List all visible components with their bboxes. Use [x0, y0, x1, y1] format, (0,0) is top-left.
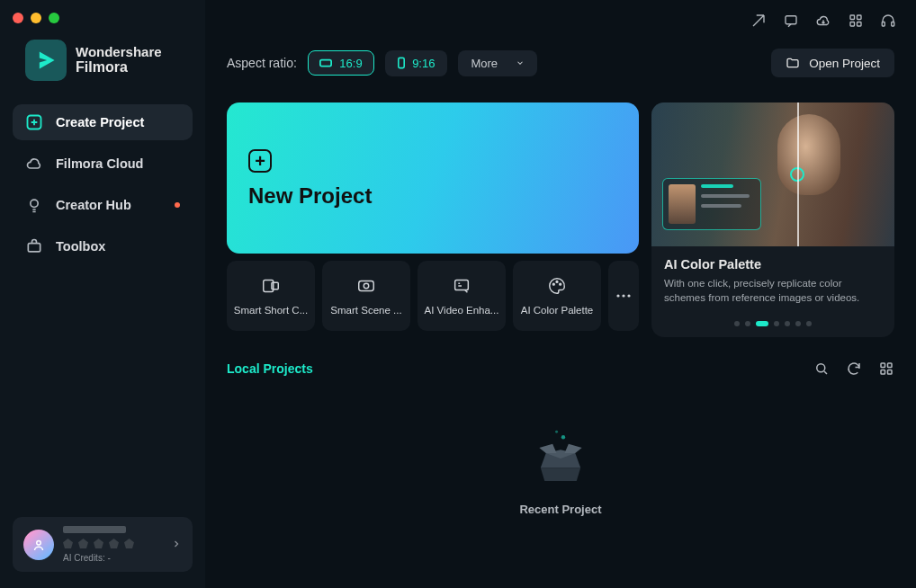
svg-rect-11 — [320, 60, 331, 67]
plus-icon: + — [248, 149, 272, 173]
svg-rect-27 — [881, 370, 885, 375]
svg-rect-10 — [892, 22, 894, 27]
enhance-icon — [452, 276, 471, 296]
svg-rect-14 — [272, 282, 278, 289]
sidebar-item-create-project[interactable]: Create Project — [13, 104, 193, 140]
aspect-ratio-9-16[interactable]: 9:16 — [385, 50, 447, 76]
aspect-ratio-label: Aspect ratio: — [227, 56, 297, 70]
svg-rect-2 — [28, 244, 40, 252]
badge-icon — [78, 539, 88, 548]
svg-point-19 — [556, 281, 558, 283]
sidebar-item-toolbox[interactable]: Toolbox — [13, 228, 193, 264]
svg-point-24 — [817, 364, 825, 372]
toolbox-icon — [25, 237, 43, 255]
svg-point-34 — [561, 435, 565, 439]
bulb-icon — [25, 196, 43, 214]
svg-rect-12 — [399, 58, 404, 67]
chevron-down-icon — [516, 58, 525, 67]
feature-preview-image — [651, 102, 894, 246]
svg-rect-15 — [359, 281, 374, 291]
svg-rect-8 — [858, 22, 862, 27]
refresh-icon[interactable] — [846, 361, 862, 377]
app-logo: Wondershare Filmora — [0, 32, 205, 104]
sidebar-item-filmora-cloud[interactable]: Filmora Cloud — [13, 146, 193, 182]
tool-ai-video-enhance[interactable]: AI Video Enha... — [418, 261, 506, 331]
folder-icon — [786, 56, 800, 70]
svg-marker-30 — [541, 468, 580, 481]
tool-smart-short-clips[interactable]: Smart Short C... — [227, 261, 315, 331]
grid-view-icon[interactable] — [878, 361, 894, 377]
aspect-ratio-16-9[interactable]: 16:9 — [308, 50, 374, 76]
svg-marker-33 — [564, 444, 581, 453]
scene-icon — [356, 276, 376, 296]
svg-point-23 — [627, 294, 630, 297]
badge-icon — [94, 539, 103, 548]
badge-icon — [109, 539, 119, 548]
tool-more-button[interactable] — [608, 261, 639, 331]
chevron-right-icon — [171, 537, 182, 553]
feature-card[interactable]: AI Color Palette With one click, precise… — [651, 102, 894, 337]
avatar — [23, 530, 54, 560]
new-project-label: New Project — [248, 183, 617, 209]
feature-description: With one click, precisely replicate colo… — [664, 276, 882, 305]
grid-icon[interactable] — [848, 13, 864, 29]
logo-icon — [25, 40, 67, 81]
notification-dot-icon — [175, 202, 180, 208]
maximize-window-button[interactable] — [49, 13, 59, 23]
message-icon[interactable] — [783, 13, 799, 29]
clip-icon — [261, 276, 281, 296]
minimize-window-button[interactable] — [31, 13, 41, 23]
svg-rect-5 — [850, 15, 855, 20]
svg-point-35 — [555, 431, 558, 433]
plus-square-icon — [25, 113, 43, 131]
sidebar-item-label: Toolbox — [56, 239, 105, 254]
palette-icon — [547, 276, 567, 296]
sidebar-item-label: Filmora Cloud — [56, 156, 143, 171]
open-project-button[interactable]: Open Project — [771, 49, 894, 77]
window-controls — [0, 0, 205, 32]
svg-point-16 — [364, 283, 369, 289]
close-window-button[interactable] — [13, 13, 23, 23]
tool-smart-scene[interactable]: Smart Scene ... — [322, 261, 410, 331]
svg-rect-9 — [882, 22, 885, 27]
svg-rect-4 — [786, 16, 796, 24]
user-name-placeholder — [63, 526, 126, 533]
badge-icon — [63, 539, 73, 548]
svg-rect-26 — [888, 363, 893, 368]
cloud-download-icon[interactable] — [815, 13, 831, 29]
landscape-icon — [319, 58, 332, 67]
empty-state-label: Recent Project — [519, 503, 601, 516]
svg-rect-6 — [858, 15, 862, 20]
svg-point-1 — [31, 200, 38, 207]
new-project-card[interactable]: + New Project — [227, 102, 639, 254]
topbar-icons — [205, 9, 916, 38]
empty-box-icon — [527, 420, 594, 490]
user-panel[interactable]: AI Credits: - — [13, 517, 193, 572]
sidebar-item-label: Create Project — [56, 115, 144, 129]
headset-icon[interactable] — [880, 13, 896, 29]
svg-point-21 — [616, 294, 619, 297]
svg-rect-7 — [850, 22, 855, 27]
aspect-ratio-more[interactable]: More — [458, 50, 537, 76]
badge-icon — [124, 539, 134, 548]
sidebar-item-creator-hub[interactable]: Creator Hub — [13, 187, 193, 223]
svg-point-22 — [622, 294, 624, 297]
sidebar: Wondershare Filmora Create Project Filmo… — [0, 0, 205, 588]
svg-point-18 — [552, 283, 554, 285]
svg-point-3 — [37, 540, 41, 545]
ellipsis-icon — [616, 294, 631, 298]
cloud-icon — [25, 155, 43, 173]
svg-rect-25 — [881, 363, 885, 368]
svg-point-20 — [560, 283, 561, 285]
brand-name-bottom: Filmora — [76, 59, 162, 76]
brand-name-top: Wondershare — [76, 44, 162, 59]
ai-credits-label: AI Credits: - — [63, 553, 162, 563]
sidebar-item-label: Creator Hub — [56, 198, 131, 212]
carousel-dots[interactable] — [651, 314, 894, 337]
svg-marker-32 — [539, 444, 556, 453]
send-icon[interactable] — [750, 13, 767, 29]
empty-state: Recent Project — [227, 420, 894, 516]
tool-ai-color-palette[interactable]: AI Color Palette — [513, 261, 601, 331]
search-icon[interactable] — [813, 361, 830, 377]
feature-title: AI Color Palette — [664, 257, 882, 272]
